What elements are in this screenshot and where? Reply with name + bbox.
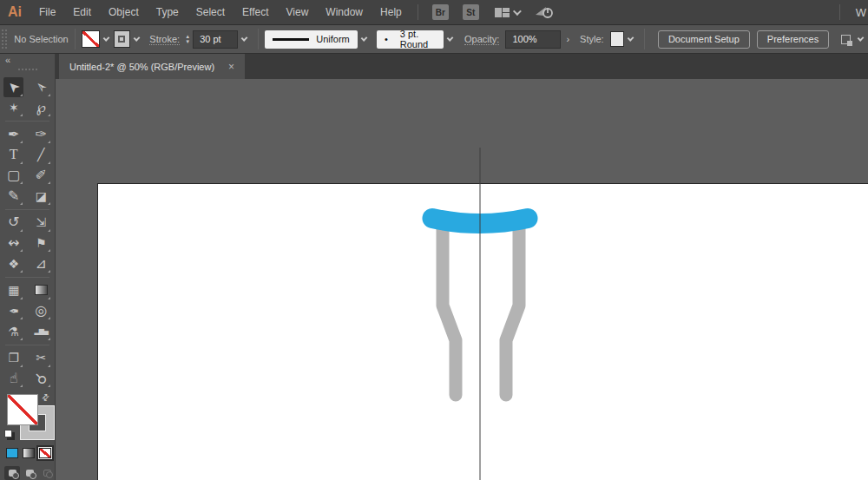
menu-edit[interactable]: Edit [64, 0, 100, 24]
fill-none-swatch[interactable] [82, 30, 100, 48]
menu-help[interactable]: Help [372, 0, 411, 24]
symbol-sprayer-tool[interactable]: ⚗ [3, 321, 23, 341]
menu-type[interactable]: Type [148, 0, 187, 24]
uniform-width-preview [273, 38, 309, 41]
document-tab-bar: Untitled-2* @ 50% (RGB/Preview) × [56, 54, 868, 79]
lasso-tool[interactable]: ℘ [31, 97, 51, 117]
eraser-tool[interactable]: ◪ [31, 186, 51, 206]
chevron-down-icon[interactable] [241, 35, 248, 42]
zoom-tool[interactable]: ⚲ [31, 368, 51, 388]
curvature-tool[interactable]: ✑ [31, 124, 51, 144]
panel-grip[interactable] [2, 30, 7, 49]
menubar-divider [839, 4, 840, 20]
document-setup-button[interactable]: Document Setup [658, 30, 750, 49]
type-tool[interactable]: T [3, 145, 23, 165]
panel-grip[interactable] [18, 69, 37, 76]
scale-tool[interactable]: ⇲ [31, 213, 51, 233]
bridge-button[interactable]: Br [432, 4, 449, 20]
draw-behind-button[interactable] [22, 466, 37, 480]
color-swatch-button[interactable] [6, 448, 18, 458]
pen-tool[interactable]: ✒ [3, 124, 23, 144]
hand-tool[interactable]: ☝ [3, 368, 23, 388]
opacity-field[interactable]: 100% [505, 30, 561, 49]
shape-builder-tool[interactable]: ❖ [3, 253, 23, 273]
opacity-label[interactable]: Opacity: [464, 34, 499, 45]
lasso-tool-icon: ℘ [36, 101, 46, 115]
shaper-tool[interactable]: ✎ [3, 186, 23, 206]
menu-view[interactable]: View [278, 0, 318, 24]
perspective-grid-tool[interactable]: ⊿ [31, 253, 51, 273]
rotate-tool[interactable]: ↺ [3, 213, 23, 233]
brush-dot-icon: • [385, 34, 388, 44]
mesh-tool[interactable]: ▦ [3, 280, 23, 300]
perspective-grid-tool-icon: ⊿ [36, 257, 47, 271]
arrange-documents-icon[interactable] [495, 8, 510, 17]
stool-right-leg[interactable] [506, 227, 519, 395]
stroke-weight-stepper[interactable]: ▲ ▼ [185, 34, 190, 44]
symbol-sprayer-tool-icon: ⚗ [8, 325, 19, 338]
preferences-button[interactable]: Preferences [757, 30, 829, 49]
menu-select[interactable]: Select [187, 0, 233, 24]
column-graph-tool[interactable]: ▂▆▄ [31, 321, 51, 341]
draw-inside-button[interactable] [39, 466, 55, 480]
magic-wand-tool[interactable]: ✶ [3, 97, 23, 117]
scale-tool-icon: ⇲ [36, 216, 46, 228]
slice-tool[interactable]: ✂ [31, 348, 51, 368]
selection-tool[interactable]: ➤ [3, 77, 23, 97]
draw-normal-icon [9, 470, 16, 477]
width-tool[interactable]: ↭ [3, 233, 23, 253]
gradient-tool[interactable] [31, 280, 51, 300]
style-swatch[interactable] [610, 31, 624, 47]
chevron-down-icon[interactable] [857, 35, 864, 42]
none-swatch-button[interactable] [39, 448, 51, 458]
canvas-area[interactable] [56, 79, 868, 480]
fill-color-control[interactable] [7, 394, 38, 425]
draw-normal-button[interactable] [4, 466, 20, 480]
opacity-options-arrow[interactable]: › [561, 34, 575, 44]
zoom-tool-icon: ⚲ [32, 370, 49, 387]
chevron-down-icon[interactable] [447, 35, 454, 42]
paintbrush-tool[interactable]: ✐ [31, 165, 51, 185]
menu-window[interactable]: Window [317, 0, 372, 24]
align-glyph [847, 41, 852, 46]
chevron-down-icon[interactable] [513, 7, 522, 16]
document-tab[interactable]: Untitled-2* @ 50% (RGB/Preview) × [59, 54, 245, 79]
stroke-weight-field[interactable]: 30 pt [193, 30, 238, 49]
fill-stroke-proxy: ⇄ [0, 392, 55, 442]
align-panel-icon[interactable] [841, 35, 851, 44]
collapse-panel-icon[interactable]: « [5, 55, 10, 65]
stroke-swatch[interactable] [114, 30, 130, 48]
divider [258, 29, 259, 49]
artboard-tool[interactable]: ❐ [3, 348, 23, 368]
stroke-label[interactable]: Stroke: [149, 34, 180, 45]
chevron-down-icon[interactable] [134, 35, 141, 42]
column-graph-tool-icon: ▂▆▄ [35, 328, 48, 335]
rectangle-tool[interactable]: ▢ [3, 165, 23, 185]
stool-left-leg[interactable] [443, 227, 456, 395]
default-fill-stroke-icon[interactable] [4, 430, 12, 437]
draw-behind-icon [26, 470, 34, 477]
stock-button[interactable]: St [463, 4, 479, 20]
divider [75, 29, 76, 49]
blend-tool[interactable]: ◎ [31, 300, 51, 320]
menu-file[interactable]: File [30, 0, 64, 24]
puppet-warp-tool[interactable]: ⚑ [31, 233, 51, 253]
menu-effect[interactable]: Effect [233, 0, 277, 24]
width-profile-dropdown[interactable]: Uniform [265, 30, 358, 49]
close-tab-icon[interactable]: × [228, 61, 234, 73]
illustrator-logo: Ai [0, 4, 30, 20]
line-segment-tool[interactable]: ╱ [31, 145, 51, 165]
gpu-performance-icon[interactable] [535, 5, 554, 19]
chevron-down-icon[interactable] [360, 35, 367, 42]
swap-fill-stroke-icon[interactable]: ⇄ [39, 391, 51, 404]
gradient-swatch-button[interactable] [23, 448, 35, 458]
direct-selection-tool[interactable]: ➢ [31, 77, 51, 97]
gradient-tool-icon [35, 285, 48, 295]
eyedropper-tool[interactable]: ✒ [3, 300, 23, 320]
stepper-down-icon[interactable]: ▼ [185, 39, 190, 44]
brush-dropdown[interactable]: • 3 pt. Round [377, 30, 444, 49]
menu-object[interactable]: Object [100, 0, 148, 24]
chevron-down-icon[interactable] [102, 35, 109, 42]
divider [644, 29, 645, 49]
chevron-down-icon[interactable] [627, 35, 634, 42]
